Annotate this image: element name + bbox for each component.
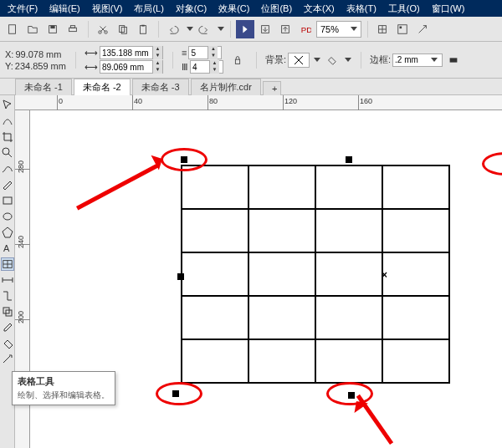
separator [154, 21, 159, 38]
publish-pdf-icon[interactable]: PDF [296, 20, 315, 38]
ellipse-tool-icon[interactable] [1, 210, 14, 223]
menu-edit[interactable]: 编辑(E) [44, 3, 86, 15]
spin-down[interactable]: ▼ [207, 53, 218, 59]
svg-rect-18 [400, 26, 402, 28]
tab-doc-2[interactable]: 未命名 -2 [74, 79, 131, 95]
border-style-icon[interactable] [444, 51, 463, 69]
separator [363, 21, 368, 38]
search-icon[interactable] [236, 20, 254, 38]
cols-field[interactable]: ▲▼ [190, 60, 223, 74]
svg-text:PDF: PDF [301, 24, 311, 33]
svg-rect-22 [450, 58, 458, 62]
menu-file[interactable]: 文件(F) [2, 3, 44, 15]
table-tool-icon[interactable] [1, 257, 14, 271]
dimension-tool-icon[interactable] [1, 273, 14, 287]
crop-tool-icon[interactable] [1, 130, 14, 144]
fill-bucket-icon[interactable] [322, 51, 341, 69]
text-tool-icon[interactable]: A [1, 242, 14, 255]
print-icon[interactable] [64, 20, 82, 38]
height-input[interactable] [100, 63, 152, 72]
spin-up[interactable]: ▲ [152, 46, 162, 53]
width-field[interactable]: ▲▼ [100, 46, 163, 59]
rectangle-tool-icon[interactable] [1, 194, 14, 207]
tab-doc-1[interactable]: 未命名 -1 [15, 79, 72, 95]
new-file-icon[interactable] [3, 20, 22, 38]
border-control: 边框: [370, 51, 463, 69]
selection-center: × [382, 269, 387, 281]
zoom-value: 75% [320, 24, 348, 34]
effects-tool-icon[interactable] [1, 305, 14, 318]
undo-dropdown[interactable] [187, 27, 193, 31]
menu-text[interactable]: 文本(X) [298, 3, 341, 15]
rows-input[interactable] [189, 48, 207, 58]
menu-object[interactable]: 对象(C) [170, 3, 213, 15]
spin-up[interactable]: ▲ [207, 46, 218, 53]
selection-handle[interactable] [346, 156, 352, 163]
open-file-icon[interactable] [23, 20, 42, 38]
outline-tool-icon[interactable] [1, 353, 14, 366]
separator [84, 21, 89, 38]
tab-doc-3[interactable]: 未命名 -3 [132, 79, 189, 95]
tooltip-body: 绘制、选择和编辑表格。 [18, 389, 110, 401]
menu-layout[interactable]: 布局(L) [128, 3, 169, 15]
menu-window[interactable]: 窗口(W) [426, 3, 471, 15]
selection-handle[interactable] [177, 273, 184, 280]
menu-tools[interactable]: 工具(O) [382, 3, 426, 15]
lock-ratio-icon[interactable] [228, 51, 247, 69]
document-tabs: 未命名 -1 未命名 -2 未命名 -3 名片制作.cdr + [0, 79, 502, 95]
cols-input[interactable] [191, 63, 209, 72]
edge-field[interactable] [392, 53, 443, 67]
chevron-down-icon[interactable] [314, 58, 320, 62]
copy-icon[interactable] [114, 20, 132, 38]
main-toolbar: PDF 75% [0, 17, 502, 42]
cut-icon[interactable] [94, 20, 112, 38]
save-icon[interactable] [44, 20, 62, 38]
edge-input[interactable] [393, 55, 428, 64]
spin-down[interactable]: ▼ [152, 67, 162, 74]
import-icon[interactable] [256, 20, 274, 38]
y-value: 234.859 mm [15, 60, 66, 72]
tooltip-title: 表格工具 [18, 375, 110, 388]
ruler-horizontal[interactable]: 04080120160 [15, 95, 502, 110]
fill-tool-icon[interactable] [1, 337, 14, 350]
pick-tool-icon[interactable] [1, 99, 14, 112]
tab-add[interactable]: + [263, 81, 281, 95]
polygon-tool-icon[interactable] [1, 226, 14, 239]
tab-doc-4[interactable]: 名片制作.cdr [191, 79, 261, 95]
separator [252, 52, 257, 69]
table-object[interactable] [181, 165, 450, 384]
options-icon[interactable] [393, 20, 412, 38]
spin-down[interactable]: ▼ [209, 67, 219, 74]
annotation-oval [482, 152, 502, 176]
width-input[interactable] [100, 48, 152, 58]
rows-field[interactable]: ▲▼ [188, 46, 222, 59]
spin-up[interactable]: ▲ [209, 60, 219, 67]
spin-up[interactable]: ▲ [152, 60, 162, 67]
artistic-media-icon[interactable] [1, 178, 14, 191]
eyedropper-tool-icon[interactable] [1, 321, 14, 334]
menu-effects[interactable]: 效果(C) [213, 3, 255, 15]
undo-icon[interactable] [164, 20, 182, 38]
menu-bitmap[interactable]: 位图(B) [255, 3, 298, 15]
shape-tool-icon[interactable] [1, 115, 14, 128]
connector-tool-icon[interactable] [1, 289, 14, 303]
freehand-tool-icon[interactable] [1, 162, 14, 176]
zoom-tool-icon[interactable] [1, 146, 14, 160]
separator [168, 52, 173, 69]
snap-icon[interactable] [373, 20, 392, 38]
bg-fill-select[interactable] [288, 53, 310, 68]
menu-view[interactable]: 视图(V) [86, 3, 129, 15]
height-field[interactable]: ▲▼ [100, 60, 163, 74]
spin-down[interactable]: ▼ [152, 53, 162, 59]
svg-point-23 [3, 148, 9, 155]
menu-table[interactable]: 表格(T) [341, 3, 382, 15]
svg-text:A: A [3, 243, 10, 253]
paste-icon[interactable] [134, 20, 152, 38]
launch-icon[interactable] [413, 20, 432, 38]
redo-icon[interactable] [195, 20, 213, 38]
export-icon[interactable] [276, 20, 295, 38]
chevron-down-icon[interactable] [345, 58, 351, 62]
zoom-level[interactable]: 75% [316, 21, 361, 38]
redo-dropdown[interactable] [218, 27, 224, 31]
svg-rect-0 [9, 24, 16, 33]
